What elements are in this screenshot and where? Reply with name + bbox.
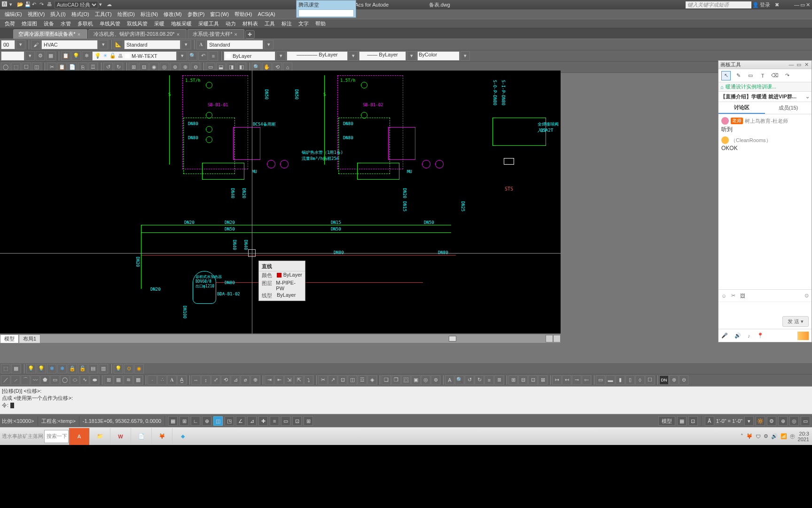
toggle-otrack[interactable]: ∠: [236, 416, 245, 426]
tool-icon[interactable]: ▭: [596, 375, 605, 385]
dimstyle-icon[interactable]: 📐: [114, 40, 123, 49]
tool-icon[interactable]: ⊟: [518, 375, 528, 385]
menu-tools[interactable]: 工具(T): [93, 10, 114, 19]
tool-icon[interactable]: ⊠: [538, 375, 547, 385]
menu-edit[interactable]: 编辑(E): [3, 10, 24, 19]
layer-prev-icon[interactable]: ↶: [198, 51, 208, 61]
tool-icon[interactable]: ◎: [421, 375, 430, 385]
toggle-icon[interactable]: ▾: [744, 416, 754, 426]
tool-icon[interactable]: ◉: [134, 364, 144, 373]
layer-iso-icon[interactable]: 🔍: [188, 51, 197, 61]
tray-ime-icon[interactable]: ㊥: [790, 433, 795, 440]
dropdown-icon[interactable]: ▾: [349, 51, 358, 61]
tool-icon[interactable]: ·: [148, 375, 157, 385]
panel-min-icon[interactable]: —: [788, 62, 795, 68]
location-icon[interactable]: 📍: [757, 333, 764, 339]
tab-close-icon[interactable]: ×: [234, 32, 239, 37]
tool-icon[interactable]: ✂: [318, 375, 328, 385]
tray-up-icon[interactable]: ˄: [741, 433, 743, 439]
horizontal-scrollbar[interactable]: ◂ ▸: [0, 334, 561, 343]
dropdown-icon[interactable]: ▾: [16, 40, 25, 49]
toggle-osnap[interactable]: ◫: [213, 416, 223, 426]
tool-pencil-icon[interactable]: ✎: [734, 71, 743, 80]
tool-eraser-icon[interactable]: ⌫: [770, 71, 780, 80]
lineweight-combo[interactable]: —— ByLayer: [359, 51, 406, 61]
toggle-sc[interactable]: ⊞: [304, 416, 313, 426]
dropdown-icon[interactable]: ▾: [181, 40, 191, 49]
toggle-icon[interactable]: ▦: [677, 416, 687, 426]
menu-parametric[interactable]: 参数(P): [186, 10, 207, 19]
tb-new-icon[interactable]: ▾: [9, 1, 16, 8]
disc-psychro[interactable]: 焓湿图: [20, 19, 39, 28]
tb-undo-icon[interactable]: ↶: [32, 1, 39, 8]
dropdown-icon[interactable]: ▾: [178, 51, 187, 61]
scroll-right-icon[interactable]: ▸: [553, 335, 561, 342]
tool-icon[interactable]: 🔓: [78, 364, 87, 373]
signin-icon[interactable]: 👤: [752, 2, 759, 8]
tool-text-icon[interactable]: T: [758, 71, 767, 80]
doc-tab-3[interactable]: 水系统-接管大样*×: [187, 29, 244, 39]
tool-icon[interactable]: ◯: [60, 375, 70, 385]
menu-modify[interactable]: 修改(M): [162, 10, 184, 19]
disc-text[interactable]: 文字: [297, 19, 311, 28]
tray-icon[interactable]: 🦊: [746, 433, 753, 439]
taskbar-app-explorer[interactable]: 📁: [89, 428, 110, 445]
tb-print-icon[interactable]: 🖶: [47, 1, 54, 8]
tencent-input[interactable]: [298, 9, 354, 17]
layer-state-icon[interactable]: 💡: [71, 51, 81, 61]
close-icon[interactable]: ✕: [806, 2, 810, 8]
tool-icon[interactable]: ▯: [625, 375, 635, 385]
plotstyle-combo[interactable]: ByColor: [417, 51, 460, 61]
exchange-icon[interactable]: ✖: [775, 2, 779, 8]
disc-material[interactable]: 材料表: [241, 19, 260, 28]
layer-combo[interactable]: 💡☀🔓🖶M-W-TEXT: [92, 51, 177, 61]
tool-icon[interactable]: ⇲: [284, 375, 294, 385]
music-icon[interactable]: ♪: [748, 333, 750, 339]
tool-icon[interactable]: ⊞: [104, 375, 113, 385]
panel-titlebar[interactable]: 画板工具 —▭✕: [718, 61, 812, 69]
system-tray[interactable]: ˄ 🦊 🛡 ⚙ 🔊 📶 ㊥ 20:32021: [741, 431, 812, 442]
tool-icon[interactable]: ▬: [606, 375, 615, 385]
chat-input[interactable]: 发 送 ▾: [718, 302, 812, 329]
tray-icon[interactable]: 🛡: [756, 434, 761, 439]
tool-icon[interactable]: ❄: [47, 364, 56, 373]
tool-undo-icon[interactable]: ↷: [782, 71, 792, 80]
tray-icon[interactable]: 🔊: [771, 433, 778, 439]
tool-icon[interactable]: ⇤: [274, 375, 284, 385]
panel-max-icon[interactable]: ▭: [796, 62, 802, 68]
disc-anno[interactable]: 标注: [280, 19, 294, 28]
disc-tools[interactable]: 工具: [263, 19, 277, 28]
linetype-combo[interactable]: ———— ByLayer: [287, 51, 348, 61]
tool-icon[interactable]: ∴: [157, 375, 167, 385]
tb-cloud-icon[interactable]: ☁: [107, 1, 113, 8]
tool-icon[interactable]: ◫: [348, 375, 357, 385]
toggle-icon[interactable]: ⊡: [688, 416, 698, 426]
toggle-ducs[interactable]: ⊿: [247, 416, 257, 426]
dropdown-icon[interactable]: ▾: [25, 51, 35, 61]
tool-icon[interactable]: ⊕: [669, 375, 679, 385]
taskbar-app-tencent[interactable]: ◆: [172, 428, 193, 445]
disc-heattool[interactable]: 采暖工具: [196, 19, 221, 28]
tb-save-icon[interactable]: 💾: [24, 1, 31, 8]
tray-icon[interactable]: ⚙: [764, 433, 768, 439]
scroll-left-icon[interactable]: ◂: [546, 335, 553, 342]
annoscale-icon[interactable]: Å: [705, 416, 714, 426]
tool-icon[interactable]: ↕: [201, 375, 211, 385]
tool-icon[interactable]: ↦: [552, 375, 562, 385]
dropdown-icon[interactable]: ▾: [461, 51, 470, 61]
disc-waterpipe[interactable]: 水管: [59, 19, 73, 28]
tool-icon[interactable]: ≡: [484, 375, 494, 385]
emoji-icon[interactable]: ☺: [721, 293, 726, 299]
tab-close-icon[interactable]: ×: [78, 32, 82, 37]
tool-icon[interactable]: ⌀: [241, 375, 250, 385]
send-button[interactable]: 发 送 ▾: [782, 316, 809, 327]
disc-power[interactable]: 动力: [224, 19, 238, 28]
tool-icon[interactable]: 💡: [37, 364, 46, 373]
tb-ws-icon[interactable]: ▾: [99, 1, 106, 8]
tool-icon[interactable]: ⊡: [338, 375, 347, 385]
layer-freeze-icon[interactable]: ❄: [82, 51, 91, 61]
tool-icon[interactable]: ◊: [635, 375, 645, 385]
drawing-canvas[interactable]: 1.5T/h SB-B1-01 DN80 DN80 S BCS4备用柜 锅炉热水…: [0, 71, 561, 333]
toggle-snap[interactable]: ▦: [168, 416, 178, 426]
tb-redo-icon[interactable]: ↷: [39, 1, 46, 8]
